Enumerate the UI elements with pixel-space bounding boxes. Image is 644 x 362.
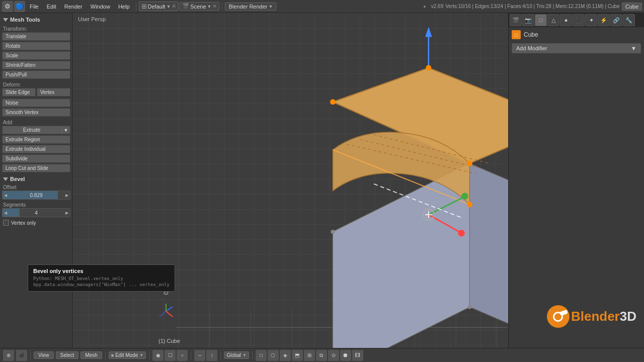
render-engine-label: Blender Render bbox=[228, 4, 267, 10]
extrude-btn[interactable]: Extrude bbox=[2, 126, 61, 134]
svg-marker-15 bbox=[333, 163, 470, 348]
blender-logo: Blender3D bbox=[547, 305, 636, 328]
view-icon6[interactable]: ⧉ bbox=[316, 350, 327, 361]
segments-right-arrow[interactable]: ▶ bbox=[64, 209, 70, 217]
view-icon3[interactable]: ◈ bbox=[280, 350, 291, 361]
slide-edge-btn[interactable]: Slide Edge bbox=[2, 88, 36, 97]
mode-label: Edit Mode bbox=[115, 352, 138, 358]
mesh-btn[interactable]: Mesh bbox=[80, 351, 102, 359]
scene-selector[interactable]: 🎬 Scene ▼ ✕ bbox=[180, 2, 219, 11]
tab-constraints[interactable]: 🔗 bbox=[610, 14, 622, 26]
smooth-vertex-btn[interactable]: Smooth Vertex bbox=[2, 108, 70, 117]
top-bar: ⚙ 🔵 File Edit Render Window Help ⊞ Defau… bbox=[0, 0, 644, 13]
scale-btn[interactable]: Scale bbox=[2, 51, 70, 60]
extrude-dropdown: Extrude ▼ bbox=[2, 126, 70, 134]
transform-icon2[interactable]: ↕ bbox=[206, 350, 217, 361]
offset-slider[interactable]: ◀ 0.829 ▶ bbox=[2, 191, 70, 200]
bottom-icon-2[interactable]: ⚫ bbox=[16, 350, 27, 361]
right-panel-content: □ Cube Add Modifier ▼ bbox=[509, 27, 644, 348]
tooltip-line1: Python: MESH_OT_bevel.vertex_only bbox=[33, 276, 170, 282]
tab-physics[interactable]: ⚡ bbox=[598, 14, 610, 26]
bottom-sep3 bbox=[149, 351, 149, 359]
view-btn[interactable]: View bbox=[34, 351, 54, 359]
loop-cut-btn[interactable]: Loop Cut and Slide bbox=[2, 164, 70, 172]
add-modifier-label: Add Modifier bbox=[516, 45, 547, 51]
pivot-controls: ◉ ☐ ○ bbox=[152, 350, 188, 361]
vertex-only-row[interactable]: Vertex only bbox=[2, 219, 70, 227]
render-engine-selector[interactable]: Blender Render ▼ bbox=[225, 3, 276, 11]
rotate-btn[interactable]: Rotate bbox=[2, 42, 70, 50]
translate-btn[interactable]: Translate bbox=[2, 32, 70, 41]
bottom-sep5 bbox=[220, 351, 221, 359]
svg-point-32 bbox=[467, 161, 472, 166]
scene-icon[interactable]: 🔵 bbox=[14, 1, 25, 12]
transform-icon1[interactable]: ↔ bbox=[194, 350, 205, 361]
panel-scroll[interactable]: Mesh Tools Transform: Translate Rotate S… bbox=[0, 13, 72, 348]
tooltip: Bevel only vertices Python: MESH_OT_beve… bbox=[28, 264, 175, 292]
view-icon8[interactable]: ⬢ bbox=[340, 350, 351, 361]
view-icon4[interactable]: ⬒ bbox=[292, 350, 303, 361]
menu-render[interactable]: Render bbox=[61, 3, 86, 11]
segments-label: Segments bbox=[2, 201, 70, 208]
tab-texture[interactable]: ⬛ bbox=[573, 14, 585, 26]
menu-help[interactable]: Help bbox=[115, 3, 133, 11]
add-label: Add: bbox=[2, 118, 70, 126]
subdivide-btn[interactable]: Subdivide bbox=[2, 154, 70, 163]
tab-material[interactable]: ● bbox=[560, 14, 572, 26]
deform-row: Slide Edge Vertex bbox=[2, 88, 70, 98]
view-icon1[interactable]: □ bbox=[256, 350, 267, 361]
layout-label: Default bbox=[148, 4, 166, 10]
menu-edit[interactable]: Edit bbox=[43, 3, 60, 11]
extrude-arrow[interactable]: ▼ bbox=[61, 126, 70, 134]
segments-left-arrow[interactable]: ◀ bbox=[3, 209, 9, 217]
pivot-icon[interactable]: ◉ bbox=[152, 350, 164, 361]
tab-scene[interactable]: 📷 bbox=[522, 14, 534, 26]
noise-btn[interactable]: Noise bbox=[2, 99, 70, 107]
view-icon2[interactable]: ⬡ bbox=[268, 350, 279, 361]
tab-particles[interactable]: ✦ bbox=[585, 14, 597, 26]
vertex-btn[interactable]: Vertex bbox=[37, 88, 70, 97]
blender-text-main: Blender bbox=[571, 309, 620, 324]
svg-point-26 bbox=[461, 193, 468, 200]
view-icon7[interactable]: ⊙ bbox=[328, 350, 339, 361]
menu-window[interactable]: Window bbox=[87, 3, 114, 11]
select-btn[interactable]: Select bbox=[56, 351, 79, 359]
scene-label: Scene bbox=[190, 4, 206, 10]
blender-text-suffix: 3D bbox=[620, 309, 636, 324]
offset-label: Offset bbox=[2, 184, 70, 191]
vertex-only-checkbox[interactable] bbox=[3, 220, 9, 226]
svg-point-35 bbox=[331, 230, 335, 234]
bottom-icon-1[interactable]: ⊕ bbox=[3, 350, 14, 361]
mode-select[interactable]: ■ Edit Mode ▼ bbox=[109, 351, 146, 359]
bevel-header[interactable]: Bevel bbox=[2, 174, 70, 184]
svg-point-38 bbox=[467, 305, 471, 309]
tab-object[interactable]: □ bbox=[535, 14, 547, 26]
object-name-label: Cube bbox=[524, 31, 538, 38]
svg-marker-22 bbox=[425, 27, 432, 37]
view-icon9[interactable]: 🎞 bbox=[352, 350, 363, 361]
mesh-tools-title: Mesh Tools bbox=[10, 17, 40, 23]
proportional-icon[interactable]: ○ bbox=[177, 350, 188, 361]
menu-file[interactable]: File bbox=[26, 3, 42, 11]
offset-right-arrow[interactable]: ▶ bbox=[64, 191, 70, 199]
shrink-fatten-btn[interactable]: Shrink/Fatten bbox=[2, 61, 70, 69]
svg-line-44 bbox=[159, 311, 166, 317]
extrude-individual-btn[interactable]: Extrude Individual bbox=[2, 145, 70, 153]
extrude-region-btn[interactable]: Extrude Region bbox=[2, 135, 70, 144]
tab-mesh[interactable]: △ bbox=[547, 14, 559, 26]
blender-logo-icon bbox=[547, 305, 570, 328]
collapse-triangle bbox=[3, 18, 8, 22]
snap-icon[interactable]: ☐ bbox=[165, 350, 176, 361]
layout-selector[interactable]: ⊞ Default ▼ ✕ bbox=[139, 2, 179, 11]
offset-left-arrow[interactable]: ◀ bbox=[3, 191, 9, 199]
tab-modifiers[interactable]: 🔧 bbox=[623, 14, 635, 26]
bottom-bar: ⊕ ⚫ View Select Mesh ■ Edit Mode ▼ ◉ ☐ ○… bbox=[0, 348, 644, 362]
segments-slider[interactable]: ◀ 4 ▶ bbox=[2, 208, 70, 217]
deform-label: Deform: bbox=[2, 80, 70, 88]
view-icon5[interactable]: ⊞ bbox=[304, 350, 315, 361]
push-pull-btn[interactable]: Push/Pull bbox=[2, 70, 70, 79]
tab-render[interactable]: 🎬 bbox=[510, 14, 522, 26]
mesh-tools-header[interactable]: Mesh Tools bbox=[2, 15, 70, 24]
pivot-select[interactable]: Global ▼ bbox=[224, 351, 249, 359]
add-modifier-btn[interactable]: Add Modifier ▼ bbox=[512, 43, 641, 53]
